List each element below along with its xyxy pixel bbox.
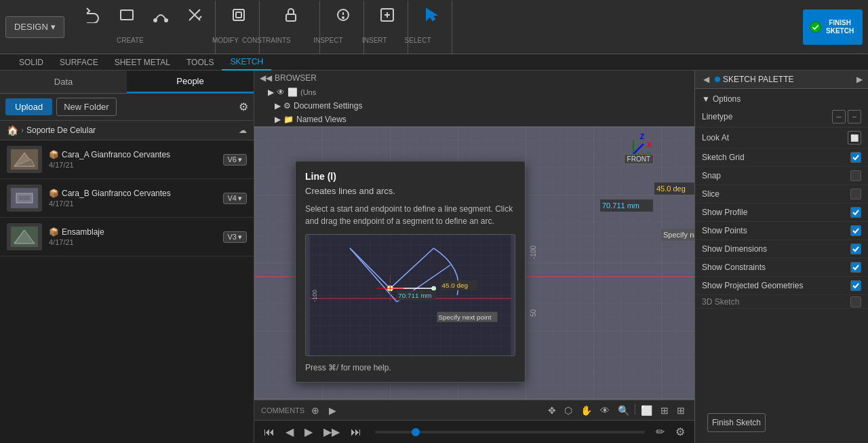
file-item[interactable]: 📦 Ensamblaje 4/17/21 V3 ▾ (0, 218, 254, 256)
zoom-tool-btn[interactable]: 🔍 (615, 404, 632, 417)
show-profile-checkbox[interactable] (850, 207, 861, 218)
home-icon[interactable]: 🏠 (7, 125, 18, 136)
svg-point-58 (432, 286, 436, 290)
palette-spacer (695, 311, 868, 402)
show-points-checkbox[interactable] (850, 225, 861, 236)
palette-expand-btn[interactable]: ▶ (856, 75, 863, 84)
look-at-controls: ⬜ (848, 131, 861, 145)
bottom-bar: COMMENTS ⊕ ▶ ✥ ⬡ ✋ 👁 🔍 ⬜ ⊞ ⊞ (254, 400, 694, 420)
palette-dot (715, 77, 720, 82)
svg-point-2 (165, 19, 167, 22)
inspect-btn[interactable] (327, 0, 359, 33)
sidebar-tabs: Data People (0, 71, 254, 94)
svg-rect-4 (233, 9, 244, 20)
look-tool-btn[interactable]: 👁 (597, 404, 612, 417)
undo-btn[interactable] (77, 0, 109, 33)
timeline-end-btn[interactable]: ⏭ (348, 425, 364, 440)
slice-label: Slice (702, 189, 850, 199)
snap-checkbox[interactable] (850, 170, 861, 181)
option-row-show-points: Show Points (695, 222, 868, 240)
browser-label: BROWSER (275, 73, 317, 83)
sketch-grid-checkbox[interactable] (850, 152, 861, 163)
move-tool-btn[interactable]: ✥ (545, 404, 559, 417)
view-label: FRONT (624, 154, 654, 164)
grid-mode-btn[interactable]: ⊞ (658, 404, 671, 417)
look-at-icon[interactable]: ⬜ (848, 131, 861, 145)
trim-btn[interactable] (178, 0, 211, 33)
option-row-look-at: Look At ⬜ (695, 128, 868, 149)
timeline-next-btn[interactable]: ▶▶ (321, 424, 342, 440)
file-item[interactable]: 📦 Cara_A Gianfranco Cervantes 4/17/21 V6… (0, 140, 254, 179)
doc-settings-label: Document Settings (294, 101, 362, 111)
timeline-bar: ⏮ ◀ ▶ ▶▶ ⏭ ✏ ⚙ (254, 420, 694, 443)
mode-tab-bar: SOLID SURFACE SHEET METAL TOOLS SKETCH (0, 54, 868, 71)
timeline-prev-btn[interactable]: ◀ (283, 424, 296, 440)
timeline-play-btn[interactable]: ▶ (302, 424, 315, 440)
file-item[interactable]: 📦 Cara_B Gianfranco Cervantes 4/17/21 V4… (0, 179, 254, 218)
constraints-section: CONSTRAINTS (262, 1, 320, 54)
show-dimensions-checkbox[interactable] (850, 244, 861, 254)
version-badge[interactable]: V6 ▾ (223, 154, 247, 166)
browser-header[interactable]: ◀◀ BROWSER (254, 71, 694, 85)
tooltip-popup: Line (l) Creates lines and arcs. Select … (295, 161, 526, 383)
finish-sketch-container: Finish Sketch (695, 402, 868, 443)
tab-sketch[interactable]: SKETCH (222, 54, 271, 71)
finish-sketch-palette-btn[interactable]: Finish Sketch (707, 413, 766, 432)
upload-button[interactable]: Upload (5, 98, 52, 115)
finish-sketch-btn[interactable]: FINISH SKETCH (803, 9, 863, 45)
sketch-icon: ✏ (656, 425, 665, 438)
orbit-tool-btn[interactable]: ⬡ (561, 404, 575, 417)
rectangle-btn[interactable] (111, 0, 143, 33)
version-badge[interactable]: V4 ▾ (223, 193, 247, 204)
expand-arrow: ▶ (275, 115, 281, 124)
palette-header: ◀ SKETCH PALETTE ▶ (695, 71, 868, 89)
more-tools-btn[interactable]: ⊞ (674, 404, 688, 417)
timeline-settings-btn[interactable]: ⚙ (673, 424, 688, 440)
create-section: CREATE (73, 1, 216, 54)
linetype-dashed-icon[interactable]: ╌ (848, 110, 861, 123)
tab-sheet-metal[interactable]: SHEET METAL (106, 55, 178, 70)
offset-btn[interactable] (222, 0, 255, 33)
select-btn[interactable] (415, 0, 448, 33)
version-badge[interactable]: V3 ▾ (223, 231, 247, 243)
browser-item[interactable]: ▶ ⚙ Document Settings (254, 99, 694, 113)
tab-data[interactable]: Data (0, 71, 127, 93)
show-projected-checkbox[interactable] (850, 280, 861, 291)
insert-btn[interactable] (371, 0, 403, 33)
pan-tool-btn[interactable]: ✋ (578, 404, 595, 417)
tab-surface[interactable]: SURFACE (52, 55, 106, 70)
tab-people[interactable]: People (127, 71, 254, 93)
design-chevron: ▾ (51, 22, 56, 32)
comment-expand-btn[interactable]: ▶ (326, 404, 339, 417)
timeline-start-btn[interactable]: ⏮ (261, 425, 277, 440)
add-comment-btn[interactable]: ⊕ (309, 404, 322, 417)
svg-rect-6 (286, 14, 296, 21)
svg-point-1 (154, 19, 157, 22)
svg-rect-19 (19, 196, 30, 200)
svg-text:X: X (647, 141, 652, 149)
arc-btn[interactable] (144, 0, 177, 33)
tab-tools[interactable]: TOOLS (178, 55, 222, 70)
display-mode-btn[interactable]: ⬜ (638, 404, 655, 417)
palette-collapse-btn[interactable]: ◀ (701, 75, 712, 84)
file-type-icon: 📦 (49, 227, 59, 237)
option-row-linetype: Linetype ─ ╌ (695, 107, 868, 128)
tab-solid[interactable]: SOLID (11, 55, 52, 70)
browser-item[interactable]: ▶ 📁 Named Views (254, 113, 694, 126)
center-area: ◀◀ BROWSER ▶ 👁 ⬜ (Uns ▶ ⚙ Document Setti… (254, 71, 694, 443)
show-constraints-checkbox[interactable] (850, 262, 861, 273)
file-date: 4/17/21 (49, 161, 216, 169)
design-dropdown[interactable]: DESIGN ▾ (5, 16, 64, 38)
tooltip-subtitle: Creates lines and arcs. (305, 186, 515, 196)
browser-item[interactable]: ▶ 👁 ⬜ (Uns (254, 85, 694, 99)
3d-sketch-checkbox[interactable] (850, 296, 861, 307)
constraint-btn[interactable] (275, 0, 307, 33)
options-chevron: ▼ (702, 94, 710, 104)
new-folder-button[interactable]: New Folder (56, 98, 116, 116)
options-header[interactable]: ▼ Options (695, 92, 868, 107)
linetype-controls: ─ ╌ (832, 110, 861, 123)
settings-button[interactable]: ⚙ (239, 100, 248, 113)
file-date: 4/17/21 (49, 238, 216, 246)
linetype-solid-icon[interactable]: ─ (832, 110, 846, 123)
slice-checkbox[interactable] (850, 189, 861, 199)
